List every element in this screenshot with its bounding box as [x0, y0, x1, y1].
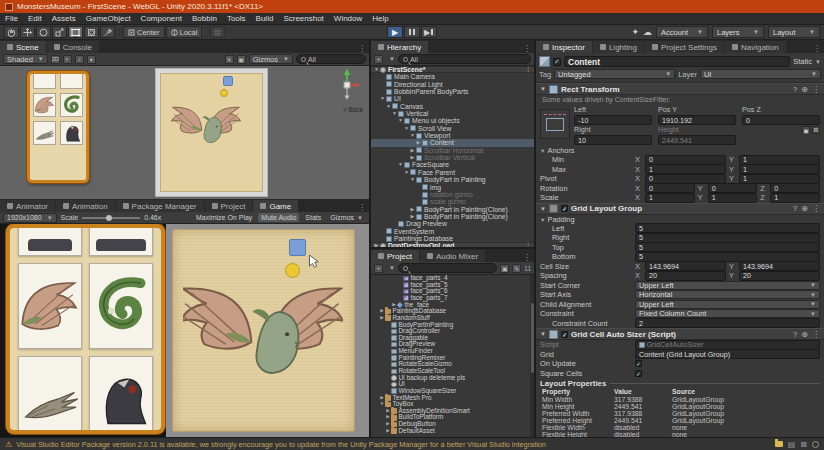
grid-layout-group-enabled-checkbox[interactable]: ✓	[561, 205, 568, 212]
hierarchy-item-facesquare[interactable]: ▼FaceSquare	[371, 161, 534, 168]
hierarchy-item-bodypart-in-painting-clone[interactable]: ▶BodyPart in Painting(Clone)	[371, 206, 534, 213]
step-button[interactable]: ▶	[421, 26, 437, 38]
expand-arrow-icon[interactable]: ▶	[409, 147, 416, 154]
grid-object-field[interactable]: Content (Grid Layout Group)	[635, 349, 820, 359]
hierarchy-item-face-parent[interactable]: ▼Face Parent	[371, 169, 534, 176]
script-object-field[interactable]: GridCellAutoSizer	[635, 340, 820, 350]
rt-scale-x-input[interactable]: 1	[645, 193, 695, 203]
game-composite-monster[interactable]	[183, 266, 343, 386]
project-item-ui-backup-deleteme-pls[interactable]: UI backup deleteme pls	[371, 375, 534, 382]
shading-mode-dropdown[interactable]: Shaded▼	[3, 54, 48, 64]
console-folder-icon[interactable]	[775, 441, 783, 447]
active-checkbox[interactable]: ✓	[553, 58, 561, 66]
project-item-debugbutton[interactable]: ▶DebugButton	[371, 421, 534, 428]
start-axis-dropdown[interactable]: Horizontal▼	[635, 290, 820, 299]
expand-arrow-icon[interactable]: ▶	[373, 242, 380, 247]
tab-project[interactable]: Project	[205, 200, 253, 212]
hierarchy-item-content[interactable]: ▶Content	[371, 139, 534, 146]
tab-audio-mixer[interactable]: Audio Mixer	[420, 250, 485, 262]
scrollbar-thumb[interactable]	[531, 303, 534, 373]
console-log-icon[interactable]: ▤	[788, 440, 796, 449]
rt-min-x-input[interactable]: 0	[645, 155, 726, 165]
hierarchy-item-scrollbar-vertical[interactable]: ▶Scrollbar Vertical	[371, 154, 534, 161]
scene-options-icon[interactable]: ⋮	[525, 66, 534, 73]
move-tool-button[interactable]	[20, 26, 35, 38]
collab-flare-icon[interactable]: ✦	[631, 27, 639, 37]
padding-top-input[interactable]: 5	[635, 242, 820, 252]
create-object-caret-icon[interactable]: ▼	[389, 56, 395, 62]
hierarchy-item-directional-light[interactable]: Directional Light	[371, 81, 534, 88]
game-viewport[interactable]	[0, 224, 369, 437]
gameobject-name-field[interactable]: Content	[564, 56, 790, 67]
scene-viewport[interactable]: < Back	[0, 66, 369, 199]
constraint-count-input[interactable]: 2	[635, 318, 820, 328]
expand-arrow-icon[interactable]: ▼	[379, 95, 386, 102]
game-tile-claw[interactable]	[18, 356, 82, 434]
scene-tile-darkhead[interactable]	[60, 121, 83, 145]
pivot-toggle-button[interactable]: Center	[123, 26, 165, 38]
grid-cell-auto-sizer-enabled-checkbox[interactable]: ✓	[561, 331, 568, 338]
hierarchy-search[interactable]	[398, 54, 531, 64]
transform-tool-button[interactable]	[84, 26, 99, 38]
scale-tool-button[interactable]	[52, 26, 67, 38]
menu-assets[interactable]: Assets	[47, 14, 81, 23]
tab-animation[interactable]: Animation	[56, 200, 115, 212]
menu-build[interactable]: Build	[251, 14, 279, 23]
field-input-pos-z[interactable]: 0	[742, 115, 820, 125]
project-item-face-parts-5[interactable]: face_parts_5	[371, 282, 534, 289]
grid-snap-button[interactable]	[210, 26, 225, 38]
project-item-rotatescalegizmo[interactable]: RotateScaleGizmo	[371, 361, 534, 368]
create-object-button[interactable]: +	[374, 55, 383, 64]
scene-gizmos-dropdown[interactable]: Gizmos▼	[249, 54, 293, 64]
project-item-assemblydefinitionsmart[interactable]: ▶AssemblyDefinitionSmart	[371, 408, 534, 415]
project-search-input[interactable]	[410, 265, 492, 272]
tool-settings-icon[interactable]: ✕	[225, 55, 234, 64]
menu-gameobject[interactable]: GameObject	[81, 14, 136, 23]
hierarchy-menu-icon[interactable]: ⋮	[520, 44, 534, 53]
rt-scale-z-input[interactable]: 1	[770, 193, 820, 203]
create-asset-caret-icon[interactable]: ▼	[389, 265, 395, 271]
pause-button[interactable]	[404, 26, 420, 38]
anchors-section-label[interactable]: ▼Anchors	[536, 146, 824, 155]
component-menu-icon[interactable]: ⋮	[812, 204, 820, 213]
field-input-height[interactable]: 2449.541	[658, 135, 736, 145]
play-button[interactable]: ▶	[387, 26, 403, 38]
tab-navigation[interactable]: Navigation	[725, 41, 786, 53]
expand-arrow-icon[interactable]: ▼	[397, 161, 404, 168]
project-item-buildtoplatform[interactable]: ▶BuildToPlatform	[371, 414, 534, 421]
field-input-right[interactable]: 10	[574, 135, 652, 145]
scene-search-input[interactable]	[308, 56, 361, 63]
tab-animator[interactable]: Animator	[0, 200, 55, 212]
child-alignment-dropdown[interactable]: Upper Left▼	[635, 300, 820, 309]
scene-canvas-painting[interactable]	[160, 73, 263, 192]
tab-menu-icon[interactable]: ⋮	[520, 253, 534, 262]
hand-tool-button[interactable]	[4, 26, 19, 38]
constraint-dropdown[interactable]: Fixed Column Count▼	[635, 309, 820, 318]
expand-arrow-icon[interactable]: ▶	[409, 213, 416, 220]
scene-lighting-icon[interactable]: ◐	[63, 55, 72, 64]
scene-tile-claw[interactable]	[33, 121, 56, 145]
package-visibility-icon[interactable]: ▣	[500, 264, 509, 273]
rect-tool-button[interactable]	[68, 26, 83, 38]
menu-component[interactable]: Component	[136, 14, 187, 23]
rect-transform-header[interactable]: ▼ Rect Transform ?⊕⋮	[536, 83, 824, 95]
grid-cell-auto-sizer-header[interactable]: ▼ ✓ Grid Cell Auto Sizer (Script) ?⊕⋮	[536, 328, 824, 340]
on-update-checkbox[interactable]: ✓	[635, 360, 642, 367]
hierarchy-item-viewport[interactable]: ▼Viewport	[371, 132, 534, 139]
project-scrollbar[interactable]	[530, 275, 534, 437]
spacing-x-input[interactable]: 20	[645, 271, 726, 281]
cell-size-x-input[interactable]: 143.9694	[645, 261, 726, 271]
hierarchy-item-scale-gizmo[interactable]: scale gizmo	[371, 198, 534, 205]
scene-audio-icon[interactable]: ♪	[75, 55, 84, 64]
tab-inspector[interactable]: Inspector	[536, 41, 592, 53]
field-input-pos-y[interactable]: 1910.192	[658, 115, 736, 125]
padding-bottom-input[interactable]: 5	[635, 252, 820, 262]
scene-menu-painting[interactable]	[27, 71, 89, 183]
tab-lighting[interactable]: Lighting	[593, 41, 644, 53]
scene-tile-cut[interactable]	[33, 71, 56, 89]
blueprint-mode-button[interactable]: ▣	[802, 126, 810, 134]
hierarchy-item-scrollbar-horizontal[interactable]: ▶Scrollbar Horizontal	[371, 147, 534, 154]
menu-edit[interactable]: Edit	[23, 14, 47, 23]
expand-arrow-icon[interactable]: ▼	[373, 66, 380, 73]
help-icon[interactable]: ?	[793, 330, 797, 339]
